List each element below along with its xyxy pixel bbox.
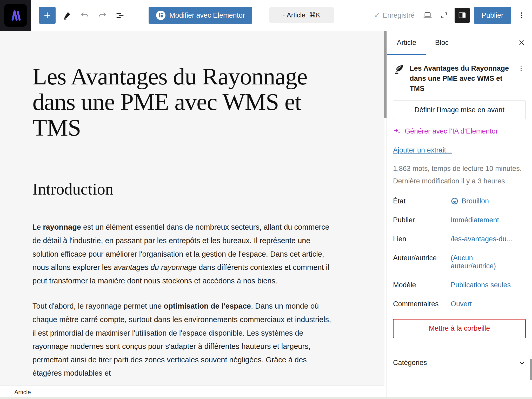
- field-author-label: Auteur/autrice: [393, 254, 451, 262]
- settings-sidebar: Article Bloc Les Avantages du Rayonna: [387, 31, 532, 399]
- top-toolbar: Modifier avec Elementor · Article ⌘K ✓ E…: [0, 0, 532, 31]
- heading-block[interactable]: Introduction: [32, 180, 384, 199]
- categories-panel: Catégories: [387, 351, 532, 375]
- post-title[interactable]: Les Avantages du Rayonnage dans une PME …: [32, 64, 331, 140]
- modified-dot: ·: [283, 11, 285, 19]
- sidebar-scrollbar[interactable]: [530, 31, 532, 399]
- edit-with-elementor-button[interactable]: Modifier avec Elementor: [149, 7, 252, 24]
- redo-button[interactable]: [96, 9, 109, 22]
- list-view-icon: [115, 11, 125, 20]
- field-comments-label: Commentaires: [393, 300, 451, 308]
- window-bottom-edge: [0, 397, 532, 399]
- field-status-label: État: [393, 197, 451, 205]
- publish-label: Publier: [482, 11, 503, 19]
- add-excerpt-link[interactable]: Ajouter un extrait...: [393, 146, 452, 154]
- kebab-icon: [518, 65, 524, 72]
- active-tab-indicator: [387, 54, 426, 55]
- site-logo-button[interactable]: [0, 0, 31, 31]
- tab-article-label: Article: [397, 39, 416, 47]
- expand-icon: [440, 11, 449, 20]
- post-summary-title: Les Avantages du Rayonnage dans une PME …: [410, 63, 512, 94]
- wordpress-editor: Modifier avec Elementor · Article ⌘K ✓ E…: [0, 0, 532, 399]
- field-template: Modèle Publications seules: [393, 281, 526, 289]
- last-modified: Dernière modification il y a 3 heures.: [393, 176, 524, 186]
- status-value-label: Brouillon: [462, 197, 489, 205]
- author-value[interactable]: (Aucun auteur/autrice): [451, 254, 520, 270]
- editor-canvas[interactable]: Les Avantages du Rayonnage dans une PME …: [0, 31, 384, 399]
- command-label: Article: [287, 11, 305, 19]
- word-count: 1,863 mots, temps de lecture 10 minutes.: [393, 164, 524, 174]
- move-to-trash-button[interactable]: Mettre à la corbeille: [393, 319, 526, 338]
- paragraph-block[interactable]: Tout d'abord, le rayonnage permet une op…: [32, 300, 335, 380]
- field-author: Auteur/autrice (Aucun auteur/autrice): [393, 254, 526, 270]
- set-featured-image-button[interactable]: Définir l’image mise en avant: [393, 101, 526, 119]
- draft-status-icon: [451, 197, 458, 205]
- document-overview-button[interactable]: [114, 9, 126, 22]
- categories-label: Catégories: [393, 359, 427, 367]
- preview-button[interactable]: [421, 9, 434, 22]
- toolbar-right: ✓ Enregistré: [374, 0, 528, 31]
- publish-button[interactable]: Publier: [474, 7, 511, 24]
- template-value[interactable]: Publications seules: [451, 281, 511, 289]
- site-logo: [4, 4, 27, 27]
- undo-icon: [80, 11, 89, 20]
- breadcrumb[interactable]: Article: [14, 389, 31, 396]
- elementor-icon: [156, 10, 166, 20]
- plus-icon: [43, 11, 51, 19]
- post-summary: Les Avantages du Rayonnage dans une PME …: [387, 55, 532, 95]
- elementor-button-label: Modifier avec Elementor: [169, 11, 245, 19]
- check-icon: ✓: [374, 11, 380, 19]
- post-fields: État Brouillon Publier Immédiatement Lie…: [393, 197, 526, 308]
- block-inserter-button[interactable]: [39, 7, 56, 24]
- post-actions-menu[interactable]: [516, 63, 526, 74]
- close-sidebar-button[interactable]: [515, 36, 528, 49]
- tab-bloc-label: Bloc: [435, 39, 449, 47]
- command-shortcut: ⌘K: [309, 11, 320, 19]
- field-link-label: Lien: [393, 235, 451, 243]
- comments-value[interactable]: Ouvert: [451, 300, 472, 308]
- laptop-icon: [423, 11, 432, 20]
- fullscreen-button[interactable]: [438, 9, 450, 22]
- options-menu-button[interactable]: [515, 9, 528, 22]
- tab-bloc[interactable]: Bloc: [426, 31, 457, 55]
- edit-mode-button[interactable]: [61, 9, 73, 22]
- permalink-value[interactable]: /les-avantages-du...: [451, 235, 512, 243]
- field-link: Lien /les-avantages-du...: [393, 235, 526, 243]
- editor-tools: [31, 0, 126, 31]
- content-scrollbar-thumb[interactable]: [384, 31, 387, 118]
- field-status: État Brouillon: [393, 197, 526, 205]
- field-template-label: Modèle: [393, 281, 451, 289]
- field-publish: Publier Immédiatement: [393, 216, 526, 224]
- ai-sparkle-icon: [393, 127, 401, 135]
- site-logo-icon: [8, 7, 24, 23]
- generate-with-ai-button[interactable]: Générer avec l’IA d’Elementor: [393, 127, 498, 135]
- generate-ai-label: Générer avec l’IA d’Elementor: [405, 127, 498, 135]
- command-center[interactable]: · Article ⌘K: [269, 7, 334, 23]
- sidebar-tabs: Article Bloc: [387, 31, 532, 55]
- content-scrollbar[interactable]: [384, 31, 387, 399]
- pencil-icon: [63, 11, 71, 20]
- post-icon: [393, 63, 405, 75]
- publish-date-value[interactable]: Immédiatement: [451, 216, 499, 224]
- chevron-down-icon: [518, 359, 526, 367]
- sidebar-scrollbar-thumb[interactable]: [530, 359, 532, 380]
- redo-icon: [98, 11, 107, 20]
- categories-panel-toggle[interactable]: Catégories: [387, 351, 532, 375]
- paragraph-block[interactable]: Le rayonnage est un élément essentiel da…: [32, 221, 335, 288]
- tab-article[interactable]: Article: [387, 31, 426, 55]
- saved-label: Enregistré: [383, 11, 415, 19]
- field-comments: Commentaires Ouvert: [393, 300, 526, 308]
- save-status[interactable]: ✓ Enregistré: [374, 11, 415, 19]
- settings-sidebar-toggle[interactable]: [455, 8, 470, 23]
- status-value[interactable]: Brouillon: [451, 197, 489, 205]
- sidebar-panel-icon: [458, 11, 467, 20]
- post-stats: 1,863 mots, temps de lecture 10 minutes.…: [393, 164, 524, 186]
- kebab-icon: [518, 11, 526, 19]
- field-publish-label: Publier: [393, 216, 451, 224]
- undo-button[interactable]: [78, 9, 91, 22]
- close-icon: [518, 39, 525, 46]
